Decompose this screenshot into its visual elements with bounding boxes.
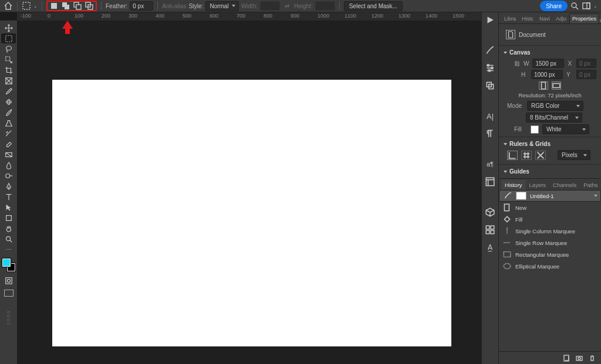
new-state-icon xyxy=(502,203,512,212)
clone-panel-icon[interactable] xyxy=(485,80,495,91)
feather-input[interactable] xyxy=(130,1,153,11)
tab-paths[interactable]: Paths xyxy=(580,180,601,190)
brushes-panel-icon[interactable] xyxy=(485,45,495,56)
tab-libraries[interactable]: Libra xyxy=(501,13,519,23)
search-icon[interactable] xyxy=(570,1,579,11)
move-tool[interactable] xyxy=(1,23,16,33)
landscape-icon[interactable] xyxy=(552,81,561,90)
history-item[interactable]: Single Column Marquee xyxy=(499,225,601,237)
tab-histogram[interactable]: Histc xyxy=(519,13,536,23)
antialias-label: Anti-alias xyxy=(162,3,186,9)
lasso-tool[interactable] xyxy=(1,44,16,54)
hand-tool[interactable] xyxy=(1,223,16,233)
play-icon[interactable] xyxy=(485,15,495,25)
workspace-icon[interactable] xyxy=(582,1,591,11)
tab-navigator[interactable]: Navi xyxy=(536,13,553,23)
marquee-tool[interactable] xyxy=(1,33,16,43)
selection-intersect-icon[interactable] xyxy=(85,1,94,11)
svg-rect-11 xyxy=(5,35,12,42)
new-doc-from-state-icon[interactable] xyxy=(562,354,570,362)
rulers-icon[interactable] xyxy=(507,151,518,160)
selection-new-icon[interactable] xyxy=(49,1,59,11)
document-icon xyxy=(506,30,515,39)
svg-point-37 xyxy=(504,263,510,268)
frame-tool[interactable] xyxy=(1,76,16,86)
shape-tool[interactable] xyxy=(1,213,16,223)
foreground-swatch[interactable] xyxy=(2,258,11,267)
svg-point-22 xyxy=(7,279,10,282)
home-icon[interactable] xyxy=(4,1,13,11)
history-item[interactable]: Rectangular Marquee xyxy=(499,249,601,260)
properties-panel-body: Document xyxy=(499,24,601,45)
tab-channels[interactable]: Channels xyxy=(549,180,580,190)
canvas-area[interactable] xyxy=(17,21,481,364)
active-tool-marquee-icon[interactable] xyxy=(22,1,31,11)
document-row: Document xyxy=(504,28,596,42)
snapshot-icon[interactable] xyxy=(575,354,583,362)
history-item[interactable]: Single Row Marquee xyxy=(499,237,601,249)
bit-depth-select[interactable]: 8 Bits/Channel xyxy=(526,113,582,123)
history-item[interactable]: Elliptical Marquee xyxy=(499,260,601,272)
dodge-tool[interactable] xyxy=(1,171,16,181)
history-snapshot[interactable]: Untitled-1 xyxy=(499,190,601,202)
tab-history[interactable]: History xyxy=(501,180,526,190)
row-marquee-icon xyxy=(502,239,512,247)
history-brush-source-icon[interactable] xyxy=(503,192,512,200)
selection-add-icon[interactable] xyxy=(61,1,70,11)
history-item[interactable]: New xyxy=(499,202,601,213)
styles-panel-icon[interactable] xyxy=(485,176,495,187)
guide-icon[interactable] xyxy=(535,151,546,160)
color-mode-select[interactable]: RGB Color xyxy=(527,101,583,111)
screen-mode-icon[interactable] xyxy=(4,290,13,297)
tab-layers[interactable]: Layers xyxy=(526,180,550,190)
zoom-tool[interactable] xyxy=(1,234,16,244)
pen-tool[interactable] xyxy=(1,181,16,191)
share-button[interactable]: Share xyxy=(540,1,568,11)
workspace-chevron-icon[interactable]: ⌄ xyxy=(593,4,597,9)
eraser-tool[interactable] xyxy=(1,139,16,149)
tool-preset-chevron-icon[interactable]: ⌄ xyxy=(33,4,38,9)
select-and-mask-button[interactable]: Select and Mask... xyxy=(344,1,403,11)
brush-tool[interactable] xyxy=(1,107,16,117)
tab-adjustments[interactable]: Adju xyxy=(553,13,569,23)
color-swatches[interactable] xyxy=(2,258,15,271)
history-brush-tool[interactable] xyxy=(1,128,16,138)
tab-properties[interactable]: Properties xyxy=(569,13,599,23)
3d-panel-icon[interactable] xyxy=(485,207,495,217)
crop-tool[interactable] xyxy=(1,65,16,75)
rulers-section-head[interactable]: Rulers & Grids xyxy=(504,140,596,148)
ruler-units-select[interactable]: Pixels xyxy=(558,150,590,160)
path-select-tool[interactable] xyxy=(1,202,16,212)
object-select-tool[interactable] xyxy=(1,55,16,64)
portrait-icon[interactable] xyxy=(539,81,548,90)
paragraph-panel-icon[interactable] xyxy=(485,128,495,139)
snapshot-thumb xyxy=(516,192,526,200)
gradient-tool[interactable] xyxy=(1,149,16,159)
heal-tool[interactable] xyxy=(1,97,16,107)
guides-section-head[interactable]: Guides xyxy=(504,167,596,176)
style-select[interactable]: Normal xyxy=(205,1,238,11)
fill-select[interactable]: White xyxy=(542,124,589,134)
history-item[interactable]: Fill xyxy=(499,213,601,225)
adjustments-panel-icon[interactable] xyxy=(485,63,495,73)
more-tools-icon[interactable]: ⋯ xyxy=(1,244,16,254)
character-panel-icon[interactable]: A| xyxy=(485,111,495,121)
clone-tool[interactable] xyxy=(1,118,16,128)
grid-icon[interactable] xyxy=(521,151,532,160)
delete-state-icon[interactable] xyxy=(588,354,596,362)
mask-mode-icon[interactable] xyxy=(1,275,16,285)
type-tool[interactable] xyxy=(1,192,16,202)
selection-subtract-icon[interactable] xyxy=(73,1,82,11)
typography-panel-icon[interactable]: A̲ xyxy=(485,242,495,253)
link-dims-icon[interactable]: ⛓ xyxy=(514,59,520,68)
canvas-height-input[interactable] xyxy=(531,70,563,79)
canvas-width-input[interactable] xyxy=(532,59,564,68)
fill-swatch[interactable] xyxy=(531,125,539,134)
history-item-label: Rectangular Marquee xyxy=(515,251,569,258)
blur-tool[interactable] xyxy=(1,160,16,170)
eyedropper-tool[interactable] xyxy=(1,86,16,96)
canvas-section-head[interactable]: Canvas xyxy=(504,48,596,57)
swatches-panel-icon[interactable] xyxy=(485,224,495,235)
glyphs-panel-icon[interactable]: a¶ xyxy=(485,159,495,169)
document-canvas[interactable] xyxy=(52,80,451,346)
